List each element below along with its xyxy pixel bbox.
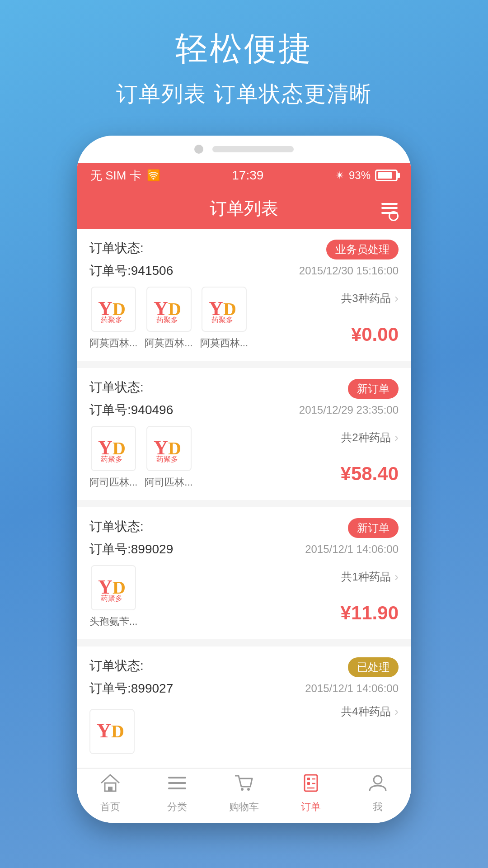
product-name-6: 头孢氨苄... — [89, 615, 137, 628]
nav-item-cart[interactable]: 购物车 — [211, 774, 277, 814]
phone-top — [77, 136, 411, 163]
bluetooth-icon: ✴ — [335, 169, 344, 182]
order-2-number: 订单号:940496 — [89, 401, 173, 419]
order-1-number: 订单号:941506 — [89, 262, 173, 279]
chevron-right-icon-2: › — [394, 430, 399, 445]
order-2-price: ¥58.40 — [341, 463, 399, 485]
bottom-nav: 首页 分类 购物车 — [77, 769, 411, 823]
logo-box: Y D 药聚多 — [91, 287, 136, 332]
svg-rect-21 — [108, 787, 113, 791]
top-section: 轻松便捷 订单列表 订单状态更清晰 — [116, 27, 371, 108]
order-card-3[interactable]: 订单状态: 新订单 订单号:899029 2015/12/1 14:06:00 … — [77, 507, 411, 639]
order-3-header: 订单状态: 新订单 — [89, 518, 399, 538]
order-2-products: Y D 药聚多 阿司匹林... Y D 药聚多 — [89, 426, 317, 489]
nav-title: 订单列表 — [210, 197, 278, 220]
order-3-items-row: Y D 药聚多 头孢氨苄... 共1种药品 › ¥11.90 — [89, 565, 399, 628]
order-2-header: 订单状态: 新订单 — [89, 379, 399, 399]
menu-line-2 — [381, 207, 398, 209]
order-3-right: 共1种药品 › ¥11.90 — [317, 570, 399, 624]
order-1-right: 共3种药品 › ¥0.00 — [317, 291, 399, 345]
yd-logo-svg-2: Y D 药聚多 — [153, 295, 185, 323]
nav-home-label: 首页 — [100, 800, 120, 814]
nav-item-profile[interactable]: 我 — [344, 774, 411, 814]
order-3-date: 2015/12/1 14:06:00 — [305, 543, 399, 556]
filter-search-icon[interactable] — [381, 203, 398, 214]
order-3-price: ¥11.90 — [341, 602, 399, 624]
profile-icon — [368, 774, 388, 797]
product-logo-3: Y D 药聚多 阿莫西林... — [200, 287, 248, 350]
yd-logo-svg-4: Y D 药聚多 — [97, 434, 130, 462]
wifi-icon: 🛜 — [147, 169, 160, 182]
nav-item-order[interactable]: 订单 — [277, 774, 344, 814]
order-4-number: 订单号:899027 — [89, 680, 173, 697]
cart-icon — [234, 774, 254, 797]
category-icon — [167, 774, 187, 797]
order-3-status-label: 订单状态: — [89, 518, 144, 535]
order-card-2[interactable]: 订单状态: 新订单 订单号:940496 2015/12/29 23:35:00… — [77, 368, 411, 500]
order-list: 订单状态: 业务员处理 订单号:941506 2015/12/30 15:16:… — [77, 229, 411, 769]
product-name-3: 阿莫西林... — [200, 336, 248, 350]
svg-text:药聚多: 药聚多 — [211, 316, 233, 323]
svg-rect-30 — [307, 782, 310, 785]
subtitle: 订单列表 订单状态更清晰 — [116, 80, 371, 108]
order-1-price: ¥0.00 — [351, 324, 399, 345]
logo-box-2: Y D 药聚多 — [146, 287, 192, 332]
order-3-badge: 新订单 — [348, 518, 399, 538]
yd-logo-svg-5: Y D 药聚多 — [153, 434, 185, 462]
order-3-number: 订单号:899029 — [89, 541, 173, 558]
order-4-status-label: 订单状态: — [89, 657, 144, 675]
order-4-items-row: Y D 共4种药品 › — [89, 704, 399, 768]
order-1-header: 订单状态: 业务员处理 — [89, 240, 399, 259]
chevron-right-icon-4: › — [394, 704, 399, 719]
svg-text:药聚多: 药聚多 — [156, 455, 178, 462]
product-name-5: 阿司匹林... — [145, 476, 192, 489]
product-logo-1: Y D 药聚多 阿莫西林... — [89, 287, 137, 350]
status-bar: 无 SIM 卡 🛜 17:39 ✴ 93% — [77, 163, 411, 188]
product-logo-2: Y D 药聚多 阿莫西林... — [145, 287, 192, 350]
phone-speaker — [212, 146, 294, 152]
yd-logo-svg: Y D 药聚多 — [97, 295, 130, 323]
yd-logo-svg-7: Y D — [96, 717, 128, 745]
order-3-products: Y D 药聚多 头孢氨苄... — [89, 565, 317, 628]
order-icon — [301, 774, 321, 797]
order-1-items-row: Y D 药聚多 阿莫西林... Y D 药聚多 — [89, 287, 399, 350]
status-right: ✴ 93% — [335, 169, 398, 182]
menu-line-1 — [381, 203, 398, 205]
chevron-right-icon-3: › — [394, 570, 399, 584]
order-2-count: 共2种药品 › — [341, 430, 399, 445]
svg-text:药聚多: 药聚多 — [101, 316, 122, 323]
battery-pct: 93% — [349, 169, 371, 182]
svg-point-26 — [247, 788, 250, 791]
nav-cart-label: 购物车 — [229, 800, 259, 814]
order-3-count: 共1种药品 › — [341, 570, 399, 584]
order-1-number-row: 订单号:941506 2015/12/30 15:16:00 — [89, 262, 399, 279]
phone-camera — [194, 145, 203, 154]
order-2-right: 共2种药品 › ¥58.40 — [317, 430, 399, 485]
order-3-number-row: 订单号:899029 2015/12/1 14:06:00 — [89, 541, 399, 558]
order-4-header: 订单状态: 已处理 — [89, 657, 399, 677]
svg-rect-28 — [307, 778, 310, 780]
nav-item-home[interactable]: 首页 — [77, 774, 144, 814]
order-4-count: 共4种药品 › — [341, 704, 399, 719]
order-4-date: 2015/12/1 14:06:00 — [305, 682, 399, 695]
product-logo-5: Y D 药聚多 阿司匹林... — [145, 426, 192, 489]
order-4-right: 共4种药品 › — [317, 704, 399, 759]
order-1-date: 2015/12/30 15:16:00 — [299, 264, 399, 277]
nav-header: 订单列表 — [77, 188, 411, 229]
home-icon — [100, 774, 120, 797]
product-name-2: 阿莫西林... — [145, 336, 192, 350]
product-name-1: 阿莫西林... — [89, 336, 137, 350]
product-logo-6: Y D 药聚多 头孢氨苄... — [89, 565, 137, 628]
nav-item-category[interactable]: 分类 — [144, 774, 211, 814]
yd-logo-svg-3: Y D 药聚多 — [208, 295, 240, 323]
order-1-count: 共3种药品 › — [341, 291, 399, 306]
svg-text:Y: Y — [97, 720, 111, 742]
status-left: 无 SIM 卡 🛜 — [90, 168, 160, 184]
svg-text:药聚多: 药聚多 — [156, 316, 178, 323]
order-card-1[interactable]: 订单状态: 业务员处理 订单号:941506 2015/12/30 15:16:… — [77, 229, 411, 361]
yd-logo-svg-6: Y D 药聚多 — [97, 574, 130, 602]
logo-box-3: Y D 药聚多 — [202, 287, 247, 332]
order-1-status-label: 订单状态: — [89, 240, 144, 257]
order-card-4[interactable]: 订单状态: 已处理 订单号:899027 2015/12/1 14:06:00 … — [77, 646, 411, 768]
nav-order-label: 订单 — [301, 800, 321, 814]
